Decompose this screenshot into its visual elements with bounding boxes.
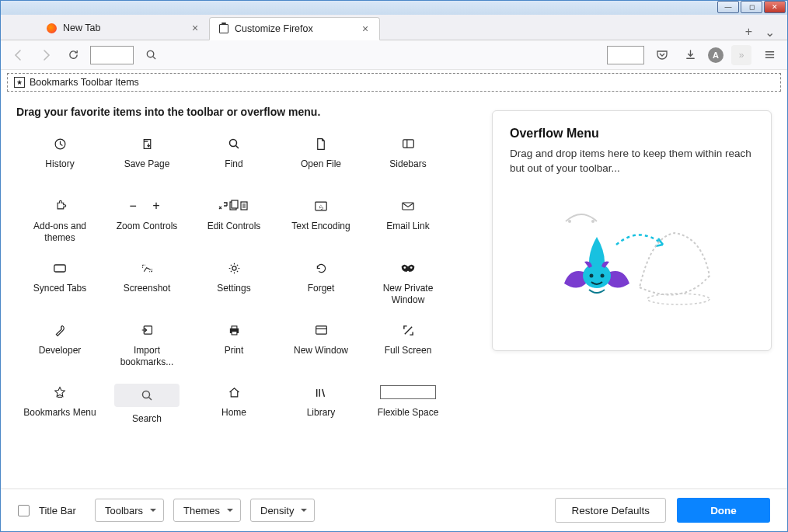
firefox-icon [46, 23, 58, 34]
svg-point-26 [143, 391, 150, 398]
close-icon[interactable]: × [189, 22, 201, 34]
search-icon[interactable] [141, 45, 161, 65]
tab-label: Customize Firefox [235, 23, 313, 34]
item-save-page[interactable]: Save Page [103, 129, 190, 191]
svg-point-32 [591, 220, 594, 223]
item-home[interactable]: Home [190, 377, 277, 440]
tab-newtab[interactable]: New Tab × [38, 16, 209, 40]
item-search[interactable]: Search [103, 377, 190, 440]
titlebar-label: Title Bar [39, 505, 76, 516]
item-edit-controls[interactable]: Edit Controls [190, 191, 277, 253]
item-text-encoding[interactable]: ら Text Encoding [277, 191, 364, 253]
item-email-link[interactable]: Email Link [364, 191, 452, 253]
density-dropdown[interactable]: Density [250, 499, 315, 522]
overflow-description: Drag and drop items here to keep them wi… [510, 147, 754, 176]
svg-point-31 [568, 220, 571, 223]
item-addons[interactable]: Add-ons and themes [16, 191, 103, 253]
list-tabs-button[interactable]: ⌄ [765, 25, 775, 40]
done-button[interactable]: Done [677, 498, 770, 523]
addons-icon [54, 197, 67, 214]
svg-rect-22 [232, 326, 237, 329]
library-icon [315, 384, 327, 401]
item-screenshot[interactable]: Screenshot [103, 253, 190, 315]
close-icon[interactable]: × [359, 23, 371, 35]
item-new-window[interactable]: New Window [277, 315, 364, 377]
item-sidebars[interactable]: Sidebars [364, 129, 452, 191]
bookmarks-toolbar-dropzone[interactable]: ★ Bookmarks Toolbar Items [7, 73, 781, 92]
svg-point-19 [410, 266, 413, 269]
svg-rect-16 [54, 265, 65, 272]
svg-point-35 [590, 273, 594, 277]
synced-tabs-icon [53, 259, 67, 276]
window-maximize-button[interactable]: ◻ [741, 1, 762, 13]
item-private-window[interactable]: New Private Window [364, 253, 452, 315]
wrench-icon [54, 322, 67, 339]
save-icon [141, 135, 154, 152]
item-open-file[interactable]: Open File [277, 129, 364, 191]
bookmarks-toolbar-label: Bookmarks Toolbar Items [30, 77, 139, 88]
fullscreen-icon [403, 322, 414, 339]
svg-point-17 [232, 266, 235, 269]
instruction-text: Drag your favorite items into the toolba… [16, 106, 476, 118]
import-icon [141, 322, 154, 339]
titlebar-checkbox[interactable] [18, 505, 30, 516]
item-history[interactable]: History [16, 129, 103, 191]
item-import-bookmarks[interactable]: Import bookmarks... [103, 315, 190, 377]
item-zoom-controls[interactable]: − + Zoom Controls [103, 191, 190, 253]
mail-icon [401, 197, 415, 214]
forget-icon [315, 259, 328, 276]
customize-footer: Title Bar Toolbars Themes Density Restor… [1, 489, 787, 531]
bookmark-star-icon [54, 384, 66, 401]
item-settings[interactable]: Settings [190, 253, 277, 315]
urlbar-slot[interactable] [90, 46, 134, 64]
mask-icon [400, 259, 416, 276]
item-forget[interactable]: Forget [277, 253, 364, 315]
overflow-illustration [510, 198, 754, 315]
tab-label: New Tab [63, 23, 100, 33]
item-print[interactable]: Print [190, 315, 277, 377]
sidebar-icon [402, 135, 415, 152]
item-find[interactable]: Find [190, 129, 277, 191]
overflow-button[interactable]: » [731, 45, 751, 65]
forward-button[interactable] [36, 45, 56, 65]
search-icon [141, 387, 153, 404]
item-bookmarks-menu[interactable]: Bookmarks Menu [16, 377, 103, 440]
reload-button[interactable] [63, 45, 83, 65]
overflow-menu-dropzone[interactable]: Overflow Menu Drag and drop items here t… [492, 110, 772, 351]
svg-rect-11 [232, 200, 238, 208]
zoom-icon: − + [129, 197, 164, 214]
screenshot-icon [141, 259, 154, 276]
svg-rect-24 [316, 326, 326, 334]
restore-defaults-button[interactable]: Restore Defaults [555, 498, 666, 523]
window-minimize-button[interactable]: — [717, 1, 739, 13]
svg-text:ら: ら [319, 203, 324, 210]
nav-toolbar: A » [1, 40, 787, 70]
svg-line-7 [236, 146, 239, 149]
home-icon [228, 384, 241, 401]
window-close-button[interactable]: ✕ [764, 1, 786, 13]
themes-dropdown[interactable]: Themes [173, 499, 241, 522]
tab-customize[interactable]: Customize Firefox × [209, 17, 380, 40]
svg-line-1 [152, 57, 155, 59]
account-button[interactable]: A [708, 47, 723, 63]
pocket-icon[interactable] [652, 45, 672, 65]
encoding-icon: ら [314, 197, 328, 214]
item-library[interactable]: Library [277, 377, 364, 440]
item-synced-tabs[interactable]: Synced Tabs [16, 253, 103, 315]
downloads-icon[interactable] [680, 45, 700, 65]
new-tab-button[interactable]: + [745, 25, 752, 40]
menu-button[interactable] [759, 45, 779, 65]
gear-icon [228, 259, 241, 276]
back-button[interactable] [9, 45, 29, 65]
find-icon [228, 135, 240, 152]
item-fullscreen[interactable]: Full Screen [364, 315, 452, 377]
toolbar-slot[interactable] [607, 46, 644, 64]
window-icon [315, 322, 328, 339]
item-developer[interactable]: Developer [16, 315, 103, 377]
svg-point-36 [601, 273, 605, 277]
svg-rect-23 [232, 332, 237, 335]
print-icon [228, 322, 241, 339]
toolbars-dropdown[interactable]: Toolbars [95, 499, 164, 522]
file-icon [315, 135, 327, 152]
item-flexible-space[interactable]: Flexible Space [364, 377, 452, 440]
